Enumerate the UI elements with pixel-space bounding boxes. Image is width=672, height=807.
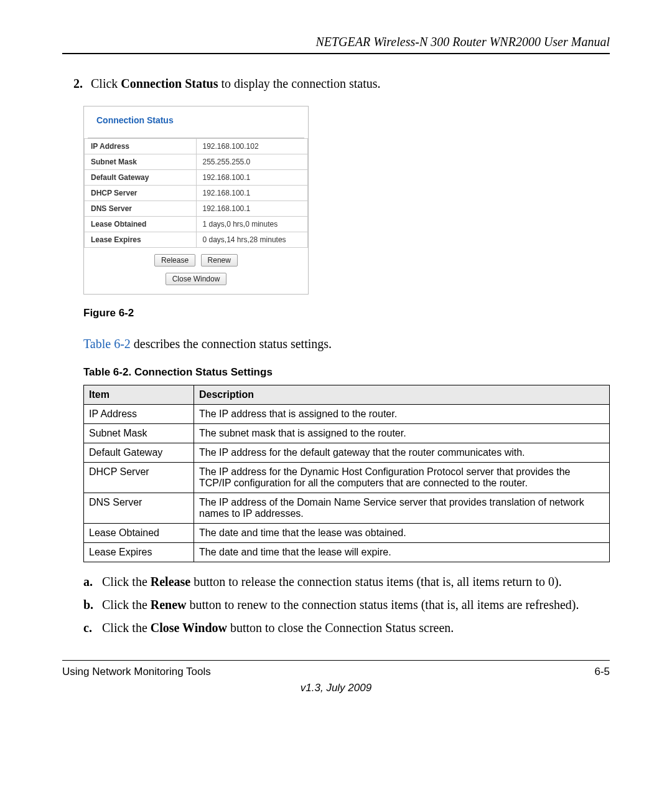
cs-row: DHCP Server192.168.100.1 <box>85 186 308 201</box>
substep-pre: Click the <box>102 598 151 611</box>
cs-row: Subnet Mask255.255.255.0 <box>85 154 308 170</box>
cs-value: 1 days,0 hrs,0 minutes <box>196 217 308 232</box>
cs-row: IP Address192.168.100.102 <box>85 139 308 154</box>
table-desc: The subnet mask that is assigned to the … <box>194 424 610 443</box>
cs-label: DNS Server <box>85 201 197 217</box>
table-item: DNS Server <box>84 493 194 524</box>
table-row: Lease ObtainedThe date and time that the… <box>84 524 610 543</box>
substep-post: button to renew to the connection status… <box>187 598 579 611</box>
substep-letter: a. <box>83 575 102 589</box>
table-desc: The date and time that the lease will ex… <box>194 543 610 562</box>
substep-bold: Release <box>151 575 190 588</box>
page-footer: Using Network Monitoring Tools 6-5 <box>62 660 610 678</box>
connection-status-panel: Connection Status IP Address192.168.100.… <box>83 106 309 295</box>
connection-status-settings-table: Item Description IP AddressThe IP addres… <box>83 385 610 562</box>
cs-row: Default Gateway192.168.100.1 <box>85 170 308 186</box>
cs-value: 192.168.100.1 <box>196 170 308 186</box>
release-button[interactable]: Release <box>154 254 195 267</box>
table-row: DHCP ServerThe IP address for the Dynami… <box>84 463 610 493</box>
table-item: Subnet Mask <box>84 424 194 443</box>
cs-label: IP Address <box>85 139 197 154</box>
substep-pre: Click the <box>102 575 151 588</box>
table-item: Default Gateway <box>84 443 194 463</box>
substep-c: c. Click the Close Window button to clos… <box>83 621 610 635</box>
table-ref-sentence: Table 6-2 describes the connection statu… <box>83 337 610 351</box>
table-item: IP Address <box>84 405 194 424</box>
step-text-bold: Connection Status <box>121 77 218 90</box>
table-desc: The IP address of the Domain Name Servic… <box>194 493 610 524</box>
table-ref-rest: describes the connection status settings… <box>131 337 332 351</box>
cs-row: Lease Expires0 days,14 hrs,28 minutes <box>85 232 308 248</box>
cs-value: 192.168.100.1 <box>196 186 308 201</box>
table-desc: The date and time that the lease was obt… <box>194 524 610 543</box>
table-caption: Table 6-2. Connection Status Settings <box>83 366 610 379</box>
cs-label: DHCP Server <box>85 186 197 201</box>
cs-row: Lease Obtained1 days,0 hrs,0 minutes <box>85 217 308 232</box>
table-row: DNS ServerThe IP address of the Domain N… <box>84 493 610 524</box>
connection-status-title: Connection Status <box>88 106 304 138</box>
substep-b: b. Click the Renew button to renew to th… <box>83 598 610 612</box>
renew-button[interactable]: Renew <box>201 254 238 267</box>
table-head-desc: Description <box>194 385 610 405</box>
cs-label: Lease Obtained <box>85 217 197 232</box>
table-desc: The IP address that is assigned to the r… <box>194 405 610 424</box>
cs-value: 0 days,14 hrs,28 minutes <box>196 232 308 248</box>
cs-value: 192.168.100.1 <box>196 201 308 217</box>
cs-label: Lease Expires <box>85 232 197 248</box>
substep-letter: c. <box>83 621 102 635</box>
step-text-pre: Click <box>91 77 121 90</box>
substep-bold: Renew <box>151 598 187 611</box>
table-head-item: Item <box>84 385 194 405</box>
cs-label: Default Gateway <box>85 170 197 186</box>
page-header: NETGEAR Wireless-N 300 Router WNR2000 Us… <box>62 35 610 54</box>
table-row: Lease ExpiresThe date and time that the … <box>84 543 610 562</box>
cs-value: 192.168.100.102 <box>196 139 308 154</box>
table-item: Lease Obtained <box>84 524 194 543</box>
cs-row: DNS Server192.168.100.1 <box>85 201 308 217</box>
table-row: Subnet MaskThe subnet mask that is assig… <box>84 424 610 443</box>
substep-letter: b. <box>83 598 102 612</box>
figure-caption: Figure 6-2 <box>83 307 610 319</box>
close-window-button[interactable]: Close Window <box>166 273 227 285</box>
footer-center: v1.3, July 2009 <box>62 682 610 694</box>
table-item: DHCP Server <box>84 463 194 493</box>
substep-pre: Click the <box>102 621 151 635</box>
substep-a: a. Click the Release button to release t… <box>83 575 610 589</box>
table-item: Lease Expires <box>84 543 194 562</box>
table-row: Default GatewayThe IP address for the de… <box>84 443 610 463</box>
table-row: IP AddressThe IP address that is assigne… <box>84 405 610 424</box>
table-desc: The IP address for the Dynamic Host Conf… <box>194 463 610 493</box>
step-text-post: to display the connection status. <box>218 77 380 90</box>
table-desc: The IP address for the default gateway t… <box>194 443 610 463</box>
table-ref-link[interactable]: Table 6-2 <box>83 337 131 351</box>
step-2: 2. Click Connection Status to display th… <box>73 77 610 91</box>
cs-label: Subnet Mask <box>85 154 197 170</box>
step-number: 2. <box>73 77 91 91</box>
substep-bold: Close Window <box>151 621 227 635</box>
cs-value: 255.255.255.0 <box>196 154 308 170</box>
footer-left: Using Network Monitoring Tools <box>62 666 211 678</box>
substep-post: button to close the Connection Status sc… <box>227 621 454 635</box>
connection-status-table: IP Address192.168.100.102 Subnet Mask255… <box>84 138 308 248</box>
footer-right: 6-5 <box>594 666 610 678</box>
substep-post: button to release the connection status … <box>190 575 562 588</box>
